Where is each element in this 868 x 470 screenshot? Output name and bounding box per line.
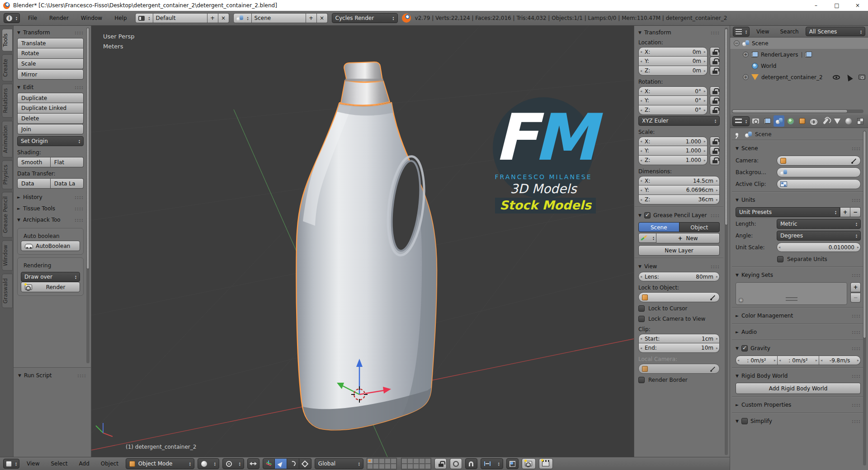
eyedropper-icon[interactable]: [851, 158, 857, 164]
outliner-row-object[interactable]: + detergent_container_2: [730, 71, 868, 83]
lock-to-scene-toggle[interactable]: [434, 458, 447, 469]
lock-icon[interactable]: [710, 66, 720, 76]
scale-button[interactable]: Scale: [17, 59, 84, 69]
tab-window[interactable]: Window: [2, 240, 13, 271]
minimize-button[interactable]: –: [806, 0, 826, 11]
camera-field[interactable]: [777, 156, 861, 166]
layer-cell[interactable]: [379, 464, 385, 469]
panel-grip-icon[interactable]: [77, 372, 86, 379]
panel-grip-icon[interactable]: [852, 197, 861, 203]
unit-scale-field[interactable]: 0.010000: [777, 242, 861, 252]
tab-tools[interactable]: Tools: [2, 29, 13, 52]
location-y-field[interactable]: Y:0m: [638, 57, 708, 66]
rotation-mode-select[interactable]: XYZ Euler▴▾: [638, 116, 720, 126]
screen-layout-add-button[interactable]: +: [208, 13, 218, 23]
panel-color-management[interactable]: Color Management: [736, 310, 861, 321]
tab-relations[interactable]: Relations: [2, 84, 13, 118]
outliner-editor-selector[interactable]: ▴▾: [733, 27, 750, 37]
duplicate-linked-button[interactable]: Duplicate Linked: [17, 103, 84, 114]
tab-scene[interactable]: [774, 115, 784, 127]
outliner-row-renderlayers[interactable]: + RenderLayers |: [730, 49, 868, 60]
layer-cell[interactable]: [379, 458, 385, 464]
mode-select[interactable]: Object Mode▴▾: [126, 458, 194, 469]
tab-grease-pencil[interactable]: Grease Pencil: [2, 192, 13, 237]
panel-audio[interactable]: Audio: [736, 326, 861, 337]
shade-smooth-button[interactable]: Smooth: [17, 157, 51, 167]
lock-camera-to-view-checkbox[interactable]: [638, 316, 645, 322]
gravity-z-field[interactable]: -9.8m/s: [819, 356, 861, 365]
tab-animation[interactable]: Animation: [2, 121, 13, 157]
lock-icon[interactable]: [710, 137, 720, 146]
dimensions-y-field[interactable]: Y:6.0696cm: [638, 185, 720, 195]
render-engine-select[interactable]: Cycles Render ▴▾: [332, 13, 398, 23]
keying-set-remove-button[interactable]: −: [850, 293, 861, 303]
tab-create[interactable]: Create: [2, 54, 13, 81]
eyedropper-icon[interactable]: [710, 366, 716, 372]
panel-grip-icon[interactable]: [852, 329, 861, 335]
clip-start-field[interactable]: Start:1cm: [638, 334, 720, 343]
mirror-button[interactable]: Mirror: [17, 69, 84, 80]
layer-cell[interactable]: [419, 458, 425, 464]
panel-edit[interactable]: Edit: [17, 81, 84, 93]
lock-icon[interactable]: [710, 47, 720, 57]
gravity-x-field[interactable]: : 0m/s²: [736, 356, 778, 365]
scrollbar-thumb[interactable]: [86, 28, 90, 269]
lock-icon[interactable]: [710, 105, 720, 115]
scale-x-field[interactable]: X:1.000: [638, 137, 708, 146]
layer-cell[interactable]: [407, 458, 413, 464]
menu-help[interactable]: Help: [110, 15, 131, 21]
layers-group-1[interactable]: [367, 458, 397, 470]
new-layer-button[interactable]: New Layer: [638, 245, 720, 256]
lock-icon[interactable]: [710, 96, 720, 105]
screen-layout-name[interactable]: Default: [153, 13, 208, 23]
manipulator-translate-toggle[interactable]: [275, 458, 287, 469]
render-border-checkbox[interactable]: [638, 377, 645, 383]
manipulator-axis-toggle[interactable]: [263, 458, 275, 469]
panel-grip-icon[interactable]: [852, 345, 861, 351]
rotation-x-field[interactable]: X:0°: [638, 86, 708, 96]
opengl-render-button[interactable]: [522, 458, 536, 469]
length-select[interactable]: Metric▴▾: [777, 219, 861, 229]
viewport-3d[interactable]: User Persp Meters (1) detergent_containe…: [91, 26, 634, 457]
menu-file[interactable]: File: [24, 15, 41, 21]
layer-cell[interactable]: [391, 464, 396, 469]
manipulate-center-points-toggle[interactable]: [247, 458, 259, 469]
background-scene-field[interactable]: [777, 167, 861, 177]
tab-material[interactable]: [844, 115, 854, 127]
gp-object-toggle[interactable]: Object: [679, 222, 720, 232]
render-button[interactable]: Render: [21, 282, 80, 292]
location-z-field[interactable]: Z:0m: [638, 66, 708, 76]
tab-object[interactable]: [797, 115, 808, 127]
collapse-icon[interactable]: −: [734, 40, 740, 46]
selectability-arrow-icon[interactable]: [845, 73, 853, 81]
outliner-menu-search[interactable]: Search: [776, 28, 803, 35]
vh-menu-object[interactable]: Object: [97, 461, 123, 467]
proportional-edit-select[interactable]: [450, 458, 462, 469]
tab-texture[interactable]: [855, 115, 866, 127]
panel-keying-sets[interactable]: Keying Sets: [736, 269, 861, 280]
tab-constraints[interactable]: [809, 115, 820, 127]
autoboolean-button[interactable]: AutoBoolean: [21, 241, 80, 251]
panel-grip-icon[interactable]: [711, 29, 720, 36]
tab-modifiers[interactable]: [820, 115, 831, 127]
lock-icon[interactable]: [710, 146, 720, 156]
panel-view[interactable]: View: [638, 261, 720, 272]
keying-set-add-button[interactable]: +: [850, 282, 861, 292]
manipulator-scale-toggle[interactable]: [299, 458, 311, 469]
rotation-z-field[interactable]: Z:0°: [638, 105, 708, 115]
viewport-shading-select[interactable]: ▴▾: [198, 458, 219, 469]
panel-grip-icon[interactable]: [852, 313, 861, 319]
layer-cell[interactable]: [401, 464, 407, 469]
separate-units-checkbox[interactable]: [777, 256, 783, 262]
manipulator-rotate-toggle[interactable]: [287, 458, 299, 469]
outliner-row-scene[interactable]: − Scene: [730, 38, 868, 49]
panel-grip-icon[interactable]: [852, 418, 861, 424]
join-button[interactable]: Join: [17, 124, 84, 134]
layer-cell[interactable]: [425, 464, 431, 469]
panel-grip-icon[interactable]: [711, 212, 720, 218]
simplify-checkbox[interactable]: [741, 418, 748, 424]
preset-remove-button[interactable]: −: [850, 207, 861, 217]
pin-icon[interactable]: [736, 133, 738, 136]
panel-grip-icon[interactable]: [852, 373, 861, 379]
tab-world[interactable]: [785, 115, 796, 127]
